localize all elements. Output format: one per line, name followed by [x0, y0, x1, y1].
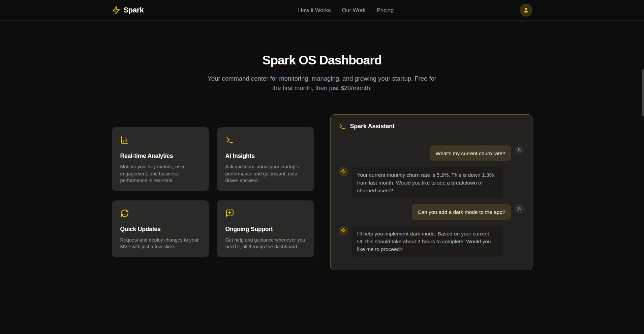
brand-name: Spark [124, 6, 144, 15]
navbar-inner: Spark How it Works Our Work Pricing [112, 0, 532, 20]
features-grid: Real-time Analytics Monitor your key met… [112, 127, 314, 257]
assistant-avatar [339, 226, 348, 235]
chat-message-assistant: I'll help you implement dark mode. Based… [339, 226, 524, 257]
feature-title: Real-time Analytics [120, 152, 201, 160]
assistant-title: Spark Assistant [350, 123, 395, 130]
user-icon [523, 7, 529, 13]
feature-description: Ask questions about your startup's perfo… [225, 163, 306, 184]
feature-card-realtime-analytics: Real-time Analytics Monitor your key met… [112, 127, 209, 191]
lightning-bolt-icon [112, 6, 120, 15]
terminal-icon [339, 123, 346, 130]
chat-bubble: Can you add a dark mode to the app? [412, 204, 511, 220]
user-icon [517, 206, 522, 212]
feature-description: Get help and guidance whenever you need … [225, 236, 306, 250]
chat-message-user: What's my current churn rate? [339, 145, 524, 161]
page-title: Spark OS Dashboard [0, 53, 644, 68]
hero-section: Spark OS Dashboard Your command center f… [0, 21, 644, 93]
feature-description: Request and deploy changes to your MVP w… [120, 236, 201, 250]
account-avatar-button[interactable] [520, 4, 532, 17]
page-subtitle: Your command center for monitoring, mana… [206, 74, 438, 93]
feature-title: Ongoing Support [225, 226, 306, 233]
top-navbar: Spark How it Works Our Work Pricing [0, 0, 644, 21]
feature-description: Monitor your key metrics, user engagemen… [120, 163, 201, 184]
main-nav: How it Works Our Work Pricing [298, 7, 394, 13]
user-avatar [515, 145, 524, 155]
feature-card-ongoing-support: Ongoing Support Get help and guidance wh… [217, 200, 314, 257]
terminal-icon [225, 136, 234, 144]
feature-card-quick-updates: Quick Updates Request and deploy changes… [112, 200, 209, 257]
chat-bubble: Your current monthly churn rate is 5.2%.… [351, 167, 503, 198]
chat-bubble: I'll help you implement dark mode. Based… [351, 226, 503, 257]
brand-logo[interactable]: Spark [112, 6, 144, 15]
chat-messages: What's my current churn rate? Your curre… [331, 137, 532, 270]
refresh-icon [120, 209, 129, 218]
nav-link-our-work[interactable]: Our Work [342, 7, 365, 13]
chart-column-icon [120, 136, 129, 144]
main-content: Real-time Analytics Monitor your key met… [112, 114, 532, 270]
nav-link-pricing[interactable]: Pricing [377, 7, 394, 13]
message-square-plus-icon [225, 209, 234, 218]
user-icon [517, 147, 522, 153]
feature-title: AI Insights [225, 152, 306, 160]
user-avatar [515, 204, 524, 214]
spark-assistant-panel: Spark Assistant What's my current churn … [330, 114, 532, 270]
feature-card-ai-insights: AI Insights Ask questions about your sta… [217, 127, 314, 191]
nav-link-how-it-works[interactable]: How it Works [298, 7, 331, 13]
page-scrollbar[interactable] [642, 69, 644, 116]
lightning-bolt-icon [341, 228, 346, 233]
assistant-header: Spark Assistant [331, 115, 532, 137]
chat-message-user: Can you add a dark mode to the app? [339, 204, 524, 220]
assistant-avatar [339, 167, 348, 176]
chat-message-assistant: Your current monthly churn rate is 5.2%.… [339, 167, 524, 198]
chat-bubble: What's my current churn rate? [430, 145, 511, 161]
lightning-bolt-icon [341, 169, 346, 174]
feature-title: Quick Updates [120, 226, 201, 233]
